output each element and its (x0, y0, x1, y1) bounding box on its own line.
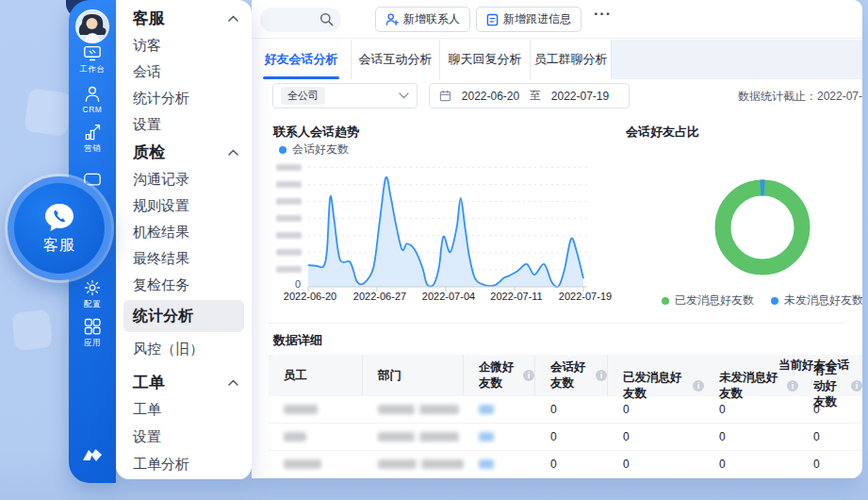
cell-sent: 0 (608, 430, 704, 443)
x-tick-label: 2022-06-27 (353, 291, 406, 302)
wecom-friends-link-redacted[interactable] (479, 459, 494, 469)
cell-unsent: 0 (704, 430, 798, 443)
date-range-picker[interactable]: 2022-06-20 至 2022-07-19 (429, 83, 630, 108)
donut-chart (711, 175, 814, 279)
info-icon[interactable]: i (787, 380, 798, 392)
apps-grid-icon (83, 317, 102, 336)
tab-friend-session-analysis[interactable]: 好友会话分析 (252, 40, 352, 79)
menu-item-final-results[interactable]: 最终结果 (116, 245, 252, 272)
wecom-friends-link-redacted[interactable] (479, 432, 494, 442)
y-axis-label-redacted (276, 249, 302, 256)
menu-item-work-order-settings[interactable]: 设置 (116, 424, 252, 451)
cell-interactive: 0 (798, 458, 862, 471)
menu-item-communication-records[interactable]: 沟通记录 (116, 166, 252, 192)
date-separator: 至 (530, 88, 541, 104)
info-icon[interactable]: i (523, 370, 534, 381)
menu-item-work-order-analysis[interactable]: 工单分析 (116, 451, 252, 478)
tab-bar-filler (612, 40, 862, 79)
employee-name-redacted (284, 432, 306, 442)
info-icon[interactable]: i (693, 380, 704, 392)
table-header: 员工 部门 企微好友数i 会话好友数i 当前好友会话 已发消息好友数i 未发消息… (269, 355, 862, 396)
decor-square (11, 309, 53, 351)
more-actions-button[interactable]: ··· (594, 6, 612, 23)
table-row: 0 0 0 0 (269, 424, 862, 451)
clipboard-icon (486, 13, 499, 26)
legend-item-unsent[interactable]: 未发消息好友数 (771, 292, 862, 308)
col-unsent-friends: 未发消息好友数i (704, 375, 798, 396)
donut-chart-title: 会话好友占比 (626, 124, 699, 141)
tab-session-interaction-analysis[interactable]: 会话互动分析 (352, 40, 440, 79)
info-icon[interactable]: i (851, 380, 862, 392)
phone-bubble-icon (42, 202, 76, 234)
calendar-icon (439, 90, 451, 102)
search-icon (319, 12, 334, 26)
menu-item-sessions[interactable]: 会话 (116, 58, 252, 85)
department-redacted (378, 459, 464, 469)
menu-item-work-order[interactable]: 工单 (116, 396, 252, 424)
sidebar-item-workbench[interactable]: 工作台 (69, 45, 116, 75)
workbench-icon (83, 45, 102, 62)
sidebar-item-marketing[interactable]: 营销 (69, 124, 116, 155)
cell-sent: 0 (608, 458, 704, 471)
col-session-friends: 会话好友数i (535, 355, 608, 396)
legend-dot (771, 297, 778, 305)
side-menu: 客服 访客 会话 统计分析 设置 质检 沟通记录 规则设置 机检结果 最终结果 … (116, 0, 252, 479)
menu-item-recheck-tasks[interactable]: 复检任务 (116, 272, 252, 298)
tab-employee-group-chat-analysis[interactable]: 员工群聊分析 (531, 40, 612, 79)
badge-label: 客服 (43, 236, 75, 256)
info-icon[interactable]: i (596, 370, 607, 381)
avatar[interactable] (75, 9, 109, 43)
sidebar-item-crm[interactable]: CRM (69, 85, 116, 114)
menu-item-statistics-selected[interactable]: 统计分析 (123, 300, 244, 332)
wecom-friends-link-redacted[interactable] (479, 405, 494, 414)
table-section-title: 数据详细 (273, 332, 322, 349)
x-tick-label: 2022-07-19 (559, 291, 612, 302)
menu-section-work-order[interactable]: 工单 (116, 368, 252, 396)
cell-sent: 0 (608, 403, 704, 416)
menu-item-rule-settings[interactable]: 规则设置 (116, 192, 252, 219)
col-department: 部门 (363, 355, 464, 396)
menu-item-machine-check-results[interactable]: 机检结果 (116, 219, 252, 245)
brand-logo (80, 445, 105, 470)
tab-chat-reply-analysis[interactable]: 聊天回复分析 (440, 40, 531, 79)
employee-name-redacted (284, 459, 321, 469)
menu-item-statistics[interactable]: 统计分析 (116, 85, 252, 111)
company-tag: 全公司 (281, 87, 325, 105)
trend-area-chart (304, 162, 589, 294)
cell-interactive: 0 (798, 430, 862, 443)
col-interactive-friends: 有互动好友数i (798, 375, 862, 396)
y-axis-label-redacted (276, 164, 302, 171)
y-axis-label-redacted (276, 181, 302, 188)
legend-dot (279, 146, 287, 154)
gear-icon (83, 278, 102, 297)
x-tick-label: 2022-06-20 (284, 291, 336, 302)
customer-service-badge[interactable]: 客服 (8, 176, 111, 280)
add-followup-button[interactable]: 新增跟进信息 (476, 7, 581, 32)
cell-session-friends: 0 (535, 458, 608, 471)
menu-item-visitors[interactable]: 访客 (116, 32, 252, 58)
table-row: 0 0 0 0 (269, 451, 862, 478)
date-end: 2022-07-19 (541, 90, 619, 103)
search-input[interactable] (260, 8, 341, 32)
add-contact-button[interactable]: 新增联系人 (375, 7, 470, 32)
y-axis-label-redacted (276, 266, 302, 273)
marketing-icon (83, 124, 102, 142)
menu-item-risk-control-old[interactable]: 风控（旧） (116, 336, 252, 362)
menu-section-customer-service[interactable]: 客服 (116, 4, 252, 32)
decor-square (24, 88, 73, 137)
department-redacted (378, 405, 459, 414)
menu-section-quality-check[interactable]: 质检 (116, 138, 252, 166)
sidebar-item-apps[interactable]: 应用 (69, 317, 116, 349)
company-select[interactable]: 全公司 (272, 83, 418, 108)
sidebar-item-config[interactable]: 配置 (69, 278, 116, 310)
trend-chart-legend[interactable]: 会话好友数 (279, 142, 349, 158)
chevron-up-icon (228, 15, 238, 22)
chevron-up-icon (228, 149, 238, 156)
legend-item-sent[interactable]: 已发消息好友数 (662, 292, 754, 308)
department-redacted (378, 432, 459, 442)
menu-item-settings[interactable]: 设置 (116, 111, 252, 138)
cell-unsent: 0 (704, 458, 798, 471)
col-wecom-friends: 企微好友数i (464, 355, 535, 396)
add-person-icon (385, 13, 399, 25)
y-axis-label-redacted (276, 215, 302, 222)
